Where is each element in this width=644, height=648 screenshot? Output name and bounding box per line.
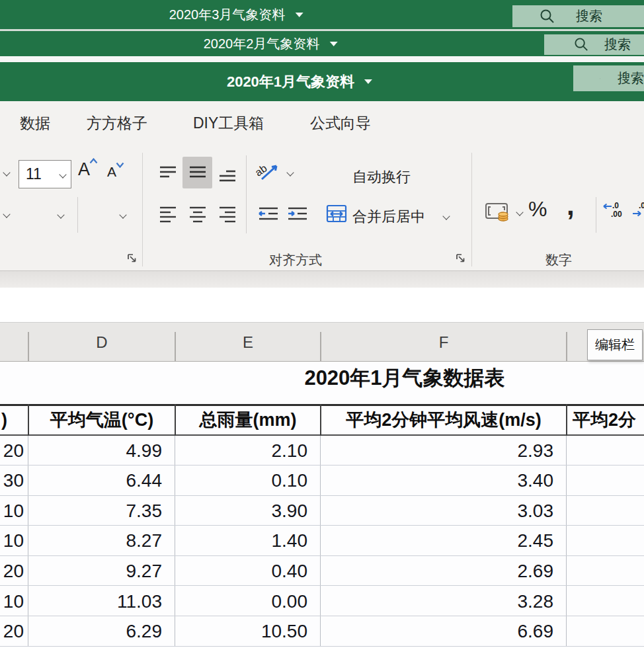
accounting-format-icon[interactable] [484,200,512,224]
cell-avg-temp[interactable]: 4.99 [33,436,162,466]
increase-font-size-button[interactable]: A [78,159,90,180]
decrease-font-size-button[interactable]: A [107,164,116,180]
cell-partial[interactable]: 10 [0,587,24,616]
cell-rainfall[interactable]: 2.10 [185,436,307,466]
merge-center-icon[interactable] [325,201,348,226]
cell-partial[interactable]: 20 [0,616,24,646]
formula-bar[interactable] [0,288,644,323]
header-partial-right[interactable]: 平均2分 [573,406,636,434]
column-header-e[interactable]: E [175,333,321,352]
table-title[interactable]: 2020年1月气象数据表 [190,364,620,392]
align-bottom-icon[interactable] [217,161,238,187]
tab-data[interactable]: 数据 [20,113,50,134]
cell-avg-temp[interactable]: 9.27 [33,556,162,586]
cell-avg-temp[interactable]: 6.29 [33,616,162,646]
formula-bar-tooltip: 编辑栏 [587,329,643,360]
number-group-label: 数字 [545,251,572,269]
search-icon [600,69,600,88]
table-row[interactable]: 10 7.35 3.90 3.03 [0,496,644,526]
gridline [175,404,176,436]
column-header-f[interactable]: F [321,333,567,352]
tab-diy-toolbox[interactable]: DIY工具箱 [193,113,264,134]
align-top-icon[interactable] [157,161,179,187]
cell-partial[interactable]: 10 [0,496,24,526]
merge-center-dropdown-icon[interactable] [442,214,451,223]
header-rainfall[interactable]: 总雨量(mm) [175,406,321,434]
decrease-decimal-icon[interactable]: .0 [632,202,644,217]
titlebar-window-february: 2020年2月气象资料 搜索 [0,31,644,56]
excel-app-window: 2020年3月气象资料 搜索 2020年2月气象资料 搜索 [0,0,644,648]
cell-avg-temp[interactable]: 8.27 [33,526,162,555]
cell-partial[interactable]: 30 [0,466,24,495]
wrap-text-label[interactable]: 自动换行 [352,167,411,187]
tab-fangfanggezi[interactable]: 方方格子 [87,113,147,134]
search-label: 搜索 [576,7,602,25]
cell-rainfall[interactable]: 0.10 [185,466,307,495]
merge-center-label[interactable]: 合并后居中 [352,207,425,227]
table-row[interactable]: 30 6.44 0.10 3.40 [0,466,644,496]
search-box-january[interactable]: 搜索 [573,65,644,91]
cell-rainfall[interactable]: 0.00 [185,587,307,616]
cell-windspeed[interactable]: 3.40 [331,466,553,495]
font-name-dropdown-icon[interactable] [2,170,11,179]
cell-partial[interactable]: 20 [0,436,24,466]
cell-rainfall[interactable]: 0.40 [185,556,307,586]
cell-windspeed[interactable]: 3.03 [331,496,553,526]
table-row[interactable]: 20 9.27 0.40 2.69 [0,556,644,587]
letter-A: A [78,159,90,179]
font-size-input[interactable]: 11 [19,160,71,188]
search-box-march[interactable]: 搜索 [512,5,644,27]
cell-rainfall[interactable]: 10.50 [185,616,307,646]
cell-avg-temp[interactable]: 7.35 [33,496,162,526]
cell-partial[interactable]: 10 [0,526,24,555]
column-header-strip: D E F [0,323,644,362]
percent-style-icon[interactable]: % [528,197,547,222]
align-right-icon[interactable] [217,202,238,228]
orientation-dropdown-icon[interactable] [286,170,295,179]
title-dropdown-caret-icon[interactable] [295,13,303,17]
header-windspeed[interactable]: 平均2分钟平均风速(m/s) [321,406,567,434]
font-color-dropdown-icon[interactable] [56,212,65,222]
search-box-february[interactable]: 搜索 [544,34,644,55]
table-row[interactable]: 20 4.99 2.10 2.93 [0,436,644,466]
increase-indent-icon[interactable] [286,202,309,228]
align-middle-icon[interactable] [182,157,212,188]
cell-windspeed[interactable]: 2.45 [331,526,553,555]
alignment-dialog-launcher-icon[interactable] [456,253,466,264]
header-avg-temp[interactable]: 平均气温(°C) [28,406,175,434]
caret-down-icon [116,162,124,168]
increase-decimal-icon[interactable]: .0 .00 [603,202,622,219]
font-dialog-launcher-icon[interactable] [127,253,138,264]
table-row[interactable]: 10 11.03 0.00 3.28 [0,587,644,617]
column-header-d[interactable]: D [28,333,175,352]
cell-windspeed[interactable]: 2.93 [331,436,553,466]
cell-partial[interactable]: 20 [0,556,24,586]
align-left-icon[interactable] [157,202,179,228]
phonetic-dropdown-icon[interactable] [118,212,128,222]
sheet-grid: 2020年1月气象数据表 ) 平均气温(°C) 总雨量(mm) 平均2分钟平均风… [0,362,644,648]
cell-avg-temp[interactable]: 11.03 [33,587,162,616]
cell-rainfall[interactable]: 1.40 [185,526,307,555]
title-dropdown-caret-icon[interactable] [364,79,372,84]
orientation-icon[interactable]: ab [255,157,283,187]
cell-windspeed[interactable]: 3.28 [331,587,553,616]
window-gap-band [0,56,644,62]
title-dropdown-caret-icon[interactable] [329,42,337,46]
border-dropdown-icon[interactable] [2,212,11,221]
cell-avg-temp[interactable]: 6.44 [33,466,162,495]
decrease-indent-icon[interactable] [257,202,280,228]
caret-up-icon [89,158,98,164]
accounting-dropdown-icon[interactable] [515,210,524,219]
cell-rainfall[interactable]: 3.90 [185,496,307,526]
cell-windspeed[interactable]: 6.69 [331,616,553,646]
header-partial-left[interactable]: ) [1,406,7,434]
tab-formula-wizard[interactable]: 公式向导 [310,113,371,134]
divider [246,155,247,233]
window-title-march: 2020年3月气象资料 [169,0,303,29]
comma-style-icon[interactable]: , [567,190,575,222]
align-center-icon[interactable] [187,202,208,228]
ribbon-tab-row: 数据 方方格子 DIY工具箱 公式向导 [0,101,644,149]
table-row[interactable]: 20 6.29 10.50 6.69 [0,616,644,647]
cell-windspeed[interactable]: 2.69 [331,556,553,586]
table-row[interactable]: 10 8.27 1.40 2.45 [0,526,644,556]
